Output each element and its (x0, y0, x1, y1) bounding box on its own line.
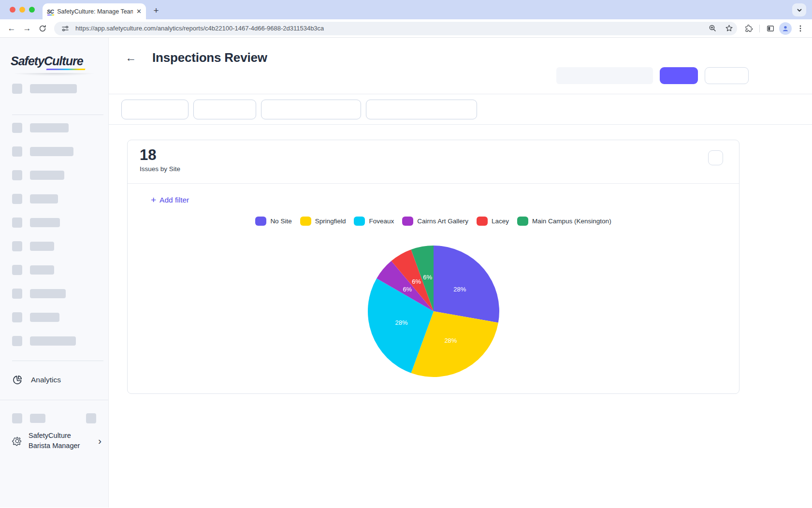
primary-action-button[interactable] (660, 67, 698, 84)
org-switcher[interactable]: SafetyCulture Barista Manager › (0, 431, 108, 451)
legend-label: Cairns Art Gallery (417, 218, 468, 225)
page-title: Inspections Review (152, 50, 267, 65)
skeleton-icon (12, 146, 22, 157)
sidebar: SafetyCulture Analytics (0, 38, 109, 508)
skeleton-bar (30, 123, 69, 132)
legend-label: Lacey (492, 218, 509, 225)
sidebar-skeleton-row (0, 241, 108, 251)
skeleton-icon (12, 312, 22, 322)
safetyculture-favicon-icon: SC (47, 9, 54, 15)
main-content: ← Inspections Review 18 Issues by Site (109, 38, 812, 508)
pie-percent-label: 6% (403, 286, 412, 293)
skeleton-bar (30, 265, 54, 275)
add-filter-button[interactable]: + Add filter (151, 195, 189, 205)
legend-item[interactable]: Cairns Art Gallery (402, 217, 468, 226)
close-window-button[interactable] (10, 7, 15, 13)
legend-label: Foveaux (369, 218, 394, 225)
legend-item[interactable]: Springfield (300, 217, 346, 226)
skeleton-bar (30, 242, 54, 251)
card-body: + Add filter No SiteSpringfieldFoveauxCa… (128, 184, 739, 393)
logo-shadow (0, 73, 108, 77)
minimize-window-button[interactable] (19, 7, 25, 13)
skeleton-icon (86, 413, 96, 423)
app-shell: SafetyCulture Analytics (0, 38, 812, 508)
pie-chart[interactable]: 28%28%28%6%6%6% (356, 234, 511, 389)
card-menu-button[interactable] (708, 150, 723, 165)
org-name: SafetyCulture Barista Manager (29, 431, 92, 451)
metric-value: 18 (140, 146, 739, 164)
address-bar[interactable]: https://app.safetyculture.com/analytics/… (54, 22, 737, 35)
side-panel-icon[interactable] (764, 22, 777, 35)
profile-avatar[interactable] (779, 22, 792, 35)
tab-search-button[interactable] (792, 3, 806, 16)
maximize-window-button[interactable] (29, 7, 35, 13)
skeleton-icon (12, 170, 22, 180)
sidebar-skeleton-row (0, 218, 108, 228)
reload-icon[interactable] (36, 22, 49, 35)
back-arrow-icon[interactable]: ← (125, 52, 136, 63)
sidebar-skeleton-row (0, 170, 108, 180)
issues-by-site-card: 18 Issues by Site + Add filter No SiteSp… (127, 140, 740, 394)
sidebar-divider (0, 400, 108, 400)
legend-item[interactable]: Main Campus (Kensington) (517, 217, 611, 226)
report-content: 18 Issues by Site + Add filter No SiteSp… (109, 125, 812, 394)
person-icon (782, 25, 789, 32)
header-skeleton-control (556, 67, 653, 84)
browser-menu-icon[interactable] (794, 22, 807, 35)
url-text: https://app.safetyculture.com/analytics/… (75, 25, 324, 32)
new-tab-button[interactable]: + (150, 4, 162, 17)
chart-legend: No SiteSpringfieldFoveauxCairns Art Gall… (128, 217, 739, 226)
skeleton-icon (12, 241, 22, 251)
back-icon[interactable]: ← (5, 22, 18, 35)
add-filter-label: Add filter (160, 196, 189, 204)
skeleton-icon (12, 336, 22, 346)
sidebar-item-analytics[interactable]: Analytics (0, 375, 108, 385)
org-name-line2: Barista Manager (29, 442, 80, 450)
logo-text: SafetyCulture (11, 54, 83, 68)
legend-item[interactable]: No Site (255, 217, 291, 226)
pie-slice-0[interactable] (434, 246, 499, 323)
skeleton-icon (12, 194, 22, 204)
legend-swatch (255, 217, 266, 226)
toolbar-divider (759, 25, 760, 32)
zoom-icon[interactable] (706, 22, 719, 35)
skeleton-bar (30, 289, 66, 298)
skeleton-bar (30, 84, 77, 93)
bookmark-star-icon[interactable] (723, 22, 735, 35)
sidebar-skeleton-row (0, 336, 108, 346)
skeleton-icon (12, 123, 22, 133)
legend-swatch (517, 217, 528, 226)
forward-icon[interactable]: → (20, 22, 34, 35)
sidebar-skeleton-row (0, 84, 108, 94)
skeleton-bar (30, 194, 58, 203)
legend-item[interactable]: Lacey (477, 217, 509, 226)
browser-tab-strip: SC SafetyCulture: Manage Teams and... ✕ … (0, 0, 812, 19)
skeleton-bar (30, 414, 45, 423)
legend-swatch (354, 217, 365, 226)
filter-chip[interactable] (366, 100, 477, 119)
header-actions (556, 67, 749, 84)
filter-chip[interactable] (121, 100, 188, 119)
skeleton-bar (30, 171, 64, 180)
legend-label: Main Campus (Kensington) (532, 218, 611, 225)
chevron-down-icon (797, 7, 802, 13)
secondary-action-button[interactable] (705, 67, 749, 84)
chevron-right-icon: › (98, 435, 102, 447)
browser-toolbar: ← → https://app.safetyculture.com/analyt… (0, 19, 812, 38)
skeleton-bar (30, 336, 76, 346)
gear-icon (12, 436, 22, 446)
sidebar-divider (12, 361, 103, 361)
extensions-icon[interactable] (742, 22, 755, 35)
tab-close-icon[interactable]: ✕ (136, 8, 142, 15)
pie-percent-label: 28% (453, 286, 466, 293)
skeleton-bar (30, 147, 73, 156)
legend-swatch (477, 217, 488, 226)
browser-tab[interactable]: SC SafetyCulture: Manage Teams and... ✕ (43, 3, 146, 19)
skeleton-icon (12, 289, 22, 299)
plus-icon: + (151, 195, 156, 205)
legend-item[interactable]: Foveaux (354, 217, 394, 226)
site-settings-icon[interactable] (59, 22, 72, 35)
filter-chip[interactable] (193, 100, 256, 119)
filter-chip[interactable] (261, 100, 361, 119)
org-name-line1: SafetyCulture (29, 432, 71, 439)
